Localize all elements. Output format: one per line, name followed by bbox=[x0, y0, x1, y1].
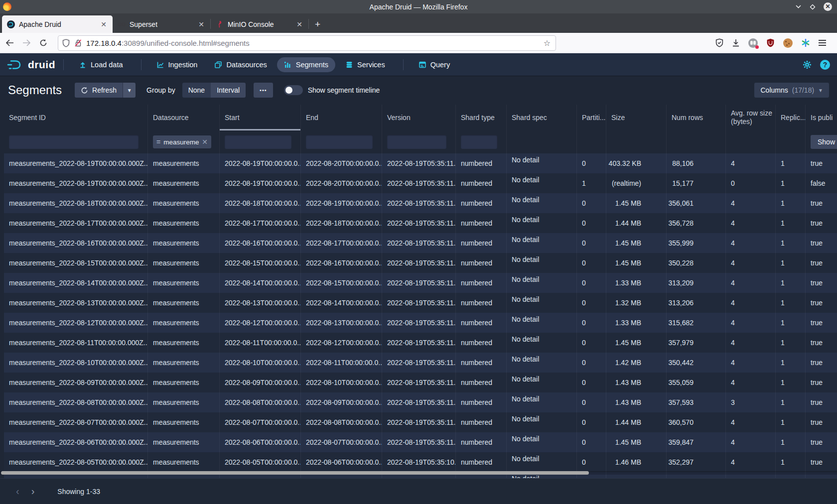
navbar-item-segments[interactable]: Segments bbox=[277, 57, 335, 72]
filter-input[interactable] bbox=[225, 135, 291, 149]
column-header-replic[interactable]: Replic... bbox=[776, 105, 806, 130]
cell: numbered bbox=[456, 333, 507, 353]
url-bar[interactable]: 172.18.0.4:30899/unified-console.html#se… bbox=[58, 35, 556, 51]
tab-minio-console[interactable]: MinIO Console ✕ bbox=[211, 15, 308, 33]
extension-asterisk-icon[interactable] bbox=[801, 38, 810, 47]
maximize-icon[interactable] bbox=[810, 4, 816, 10]
tab-apache-druid[interactable]: Apache Druid ✕ bbox=[2, 15, 113, 33]
forward-button[interactable] bbox=[19, 35, 34, 50]
column-header-shard-spec[interactable]: Shard spec bbox=[507, 105, 577, 130]
settings-gear-icon[interactable] bbox=[802, 60, 812, 70]
table-row[interactable]: measurements_2022-08-14T00:00:00.000Z...… bbox=[4, 273, 837, 293]
table-row[interactable]: measurements_2022-08-05T00:00:00.000Z...… bbox=[4, 452, 837, 472]
cell: measurements_2022-08-12T00:00:00.000Z... bbox=[4, 313, 148, 333]
url-text[interactable]: 172.18.0.4:30899/unified-console.html#se… bbox=[86, 39, 544, 47]
refresh-dropdown-button[interactable]: ▼ bbox=[123, 83, 136, 98]
cell: 4 bbox=[726, 193, 776, 213]
prev-page-icon[interactable]: ‹ bbox=[10, 486, 25, 497]
cell: 2022-08-19T05:35:11.7... bbox=[382, 233, 456, 253]
cell: No detail bbox=[507, 373, 577, 392]
columns-button[interactable]: Columns (17/18) ▼ bbox=[754, 83, 829, 98]
tab-close-icon[interactable]: ✕ bbox=[197, 20, 205, 28]
cell: 1 bbox=[776, 213, 806, 233]
druid-logo[interactable]: druid bbox=[7, 59, 55, 71]
filter-input[interactable] bbox=[461, 135, 497, 149]
permissions-shield-icon[interactable] bbox=[62, 39, 70, 47]
cell: numbered bbox=[456, 313, 507, 333]
refresh-button[interactable]: Refresh bbox=[75, 83, 123, 98]
navbar-item-ingestion[interactable]: Ingestion bbox=[149, 57, 205, 72]
downloads-icon[interactable] bbox=[732, 39, 740, 47]
cell: 2022-08-08T00:00:00.0... bbox=[301, 412, 382, 432]
cell: numbered bbox=[456, 153, 507, 173]
table-row[interactable]: measurements_2022-08-13T00:00:00.000Z...… bbox=[4, 293, 837, 313]
column-header-is-publi[interactable]: Is publi bbox=[806, 105, 837, 130]
insecure-lock-icon[interactable] bbox=[74, 39, 82, 47]
filter-input[interactable] bbox=[387, 135, 446, 149]
segment-timeline-toggle[interactable] bbox=[284, 85, 303, 95]
column-header-segment-id[interactable]: Segment ID bbox=[4, 105, 148, 130]
table-row[interactable]: measurements_2022-08-12T00:00:00.000Z...… bbox=[4, 313, 837, 333]
tab-superset[interactable]: Superset ✕ bbox=[113, 15, 210, 33]
cell: 2022-08-12T00:00:00.0... bbox=[220, 313, 301, 333]
back-button[interactable] bbox=[2, 35, 17, 50]
is-published-filter-button[interactable]: Show bbox=[811, 135, 837, 149]
table-row[interactable]: measurements_2022-08-19T00:00:00.000Z...… bbox=[4, 153, 837, 173]
navbar-item-query[interactable]: Query bbox=[412, 57, 457, 72]
cell: 4 bbox=[726, 333, 776, 353]
cell: 1.44 MB bbox=[606, 412, 667, 432]
cell: 313,209 bbox=[667, 273, 726, 293]
new-tab-button[interactable]: + bbox=[309, 19, 326, 33]
table-row[interactable]: measurements_2022-08-19T00:00:00.000Z...… bbox=[4, 173, 837, 193]
navbar-item-load-data[interactable]: Load data bbox=[72, 57, 130, 72]
column-header-partiti[interactable]: Partiti... bbox=[577, 105, 606, 130]
table-row[interactable]: measurements_2022-08-15T00:00:00.000Z...… bbox=[4, 253, 837, 273]
more-options-button[interactable]: ••• bbox=[254, 83, 273, 98]
column-header-num-rows[interactable]: Num rows bbox=[667, 105, 726, 130]
druid-navbar: druid Load dataIngestionDatasourcesSegme… bbox=[0, 53, 837, 76]
column-header-datasource[interactable]: Datasource bbox=[148, 105, 220, 130]
cell: 1 bbox=[776, 293, 806, 313]
filter-input[interactable] bbox=[306, 135, 373, 149]
help-icon[interactable]: ? bbox=[820, 60, 830, 70]
filter-input[interactable] bbox=[9, 135, 139, 149]
extension-masks-icon[interactable] bbox=[748, 38, 758, 48]
column-header-end[interactable]: End bbox=[301, 105, 382, 130]
protections-shield-icon[interactable] bbox=[715, 38, 723, 47]
ublock-icon[interactable] bbox=[766, 38, 775, 47]
column-header-version[interactable]: Version bbox=[382, 105, 456, 130]
horizontal-scrollbar-thumb[interactable] bbox=[1, 471, 589, 475]
next-page-icon[interactable]: › bbox=[25, 486, 41, 497]
table-row[interactable]: measurements_2022-08-09T00:00:00.000Z...… bbox=[4, 373, 837, 392]
navbar-item-services[interactable]: Services bbox=[338, 57, 392, 72]
datasource-filter-tag[interactable]: =measureme✕ bbox=[153, 135, 211, 148]
cell: 1 bbox=[776, 253, 806, 273]
table-row[interactable]: measurements_2022-08-16T00:00:00.000Z...… bbox=[4, 233, 837, 253]
group-by-none-button[interactable]: None bbox=[182, 83, 211, 98]
minimize-icon[interactable] bbox=[795, 4, 802, 9]
group-by-interval-button[interactable]: Interval bbox=[211, 83, 246, 98]
cell: 0 bbox=[577, 233, 606, 253]
cookie-extension-icon[interactable] bbox=[783, 38, 793, 48]
table-row[interactable]: measurements_2022-08-17T00:00:00.000Z...… bbox=[4, 213, 837, 233]
table-row[interactable]: measurements_2022-08-06T00:00:00.000Z...… bbox=[4, 432, 837, 452]
column-header-size[interactable]: Size bbox=[606, 105, 667, 130]
column-header-start[interactable]: Start bbox=[220, 105, 301, 130]
table-row[interactable]: measurements_2022-08-08T00:00:00.000Z...… bbox=[4, 392, 837, 412]
remove-filter-icon[interactable]: ✕ bbox=[202, 138, 208, 146]
column-header-avg-row-size-bytes[interactable]: Avg. row size (bytes) bbox=[726, 105, 776, 130]
table-row[interactable]: measurements_2022-08-07T00:00:00.000Z...… bbox=[4, 412, 837, 432]
table-row[interactable]: measurements_2022-08-18T00:00:00.000Z...… bbox=[4, 193, 837, 213]
table-row[interactable]: measurements_2022-08-10T00:00:00.000Z...… bbox=[4, 353, 837, 373]
table-row[interactable]: measurements_2022-08-11T00:00:00.000Z...… bbox=[4, 333, 837, 353]
column-header-shard-type[interactable]: Shard type bbox=[456, 105, 507, 130]
tab-close-icon[interactable]: ✕ bbox=[100, 20, 108, 28]
menu-hamburger-icon[interactable] bbox=[819, 40, 826, 46]
navbar-item-datasources[interactable]: Datasources bbox=[207, 57, 274, 72]
reload-button[interactable] bbox=[36, 35, 51, 50]
close-icon[interactable]: ✕ bbox=[824, 2, 832, 11]
bookmark-star-icon[interactable]: ☆ bbox=[544, 38, 552, 48]
cell: 4 bbox=[726, 213, 776, 233]
filter-cell bbox=[382, 130, 456, 153]
tab-close-icon[interactable]: ✕ bbox=[295, 20, 303, 28]
